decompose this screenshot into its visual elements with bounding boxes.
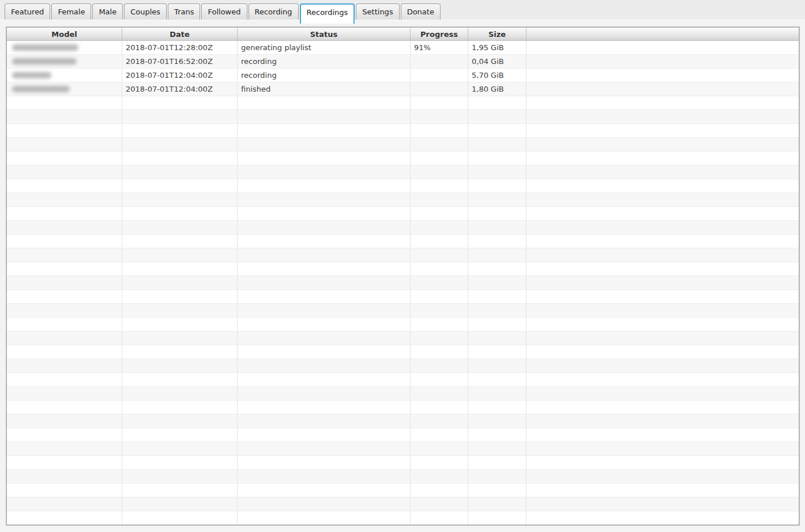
tab-followed[interactable]: Followed [201,3,247,20]
empty-cell [122,359,238,373]
empty-cell [7,484,122,497]
empty-cell [411,345,468,359]
empty-table-row [7,442,799,456]
empty-cell [122,290,238,304]
empty-table-row [7,262,799,276]
empty-table-row [7,318,799,331]
cell-extra [526,41,799,55]
empty-table-row [7,152,799,165]
empty-cell [238,193,411,207]
empty-cell [411,221,468,235]
empty-table-row [7,373,799,387]
redacted-model-name [12,72,51,78]
empty-cell [526,110,799,124]
empty-cell [468,331,526,345]
tab-trans[interactable]: Trans [168,3,200,20]
empty-cell [238,331,411,345]
empty-cell [7,262,122,276]
empty-cell [122,401,238,414]
cell-date: 2018-07-01T12:04:00Z [122,69,238,82]
empty-cell [122,152,238,165]
empty-cell [238,304,411,318]
column-header-size[interactable]: Size [468,28,526,41]
empty-cell [238,442,411,456]
tab-recording[interactable]: Recording [249,3,299,20]
empty-cell [468,221,526,235]
empty-cell [122,442,238,456]
column-header-progress[interactable]: Progress [411,28,468,41]
cell-progress [411,55,468,69]
table-body: 2018-07-01T12:28:00Zgenerating playlist9… [7,41,799,525]
table-row[interactable]: 2018-07-01T12:28:00Zgenerating playlist9… [7,41,799,55]
empty-cell [122,207,238,221]
column-header-status[interactable]: Status [238,28,411,41]
empty-cell [526,207,799,221]
empty-cell [526,152,799,165]
tab-donate[interactable]: Donate [401,3,441,20]
empty-cell [238,138,411,152]
empty-cell [411,428,468,442]
empty-cell [122,373,238,387]
table-row[interactable]: 2018-07-01T12:04:00Zfinished1,80 GiB [7,82,799,96]
empty-cell [526,290,799,304]
empty-cell [468,401,526,414]
tab-featured[interactable]: Featured [5,3,50,20]
empty-cell [526,96,799,110]
empty-cell [526,373,799,387]
column-header-empty [526,28,799,41]
empty-cell [526,442,799,456]
column-header-date[interactable]: Date [122,28,238,41]
empty-cell [7,428,122,442]
tab-bar: FeaturedFemaleMaleCouplesTransFollowedRe… [0,0,805,20]
table-row[interactable]: 2018-07-01T12:04:00Zrecording5,70 GiB [7,69,799,82]
empty-cell [526,124,799,138]
empty-cell [526,345,799,359]
empty-table-row [7,124,799,138]
empty-table-row [7,248,799,262]
empty-cell [7,138,122,152]
tab-female[interactable]: Female [51,3,91,20]
empty-cell [122,511,238,525]
table-row[interactable]: 2018-07-01T16:52:00Zrecording0,04 GiB [7,55,799,69]
column-header-model[interactable]: Model [7,28,122,41]
empty-cell [526,138,799,152]
empty-cell [7,497,122,511]
empty-cell [7,276,122,290]
tab-couples[interactable]: Couples [124,3,167,20]
empty-cell [468,276,526,290]
empty-cell [468,442,526,456]
empty-cell [122,193,238,207]
empty-cell [411,165,468,179]
redacted-model-name [12,58,77,65]
empty-cell [238,373,411,387]
empty-cell [411,497,468,511]
empty-cell [122,456,238,470]
empty-cell [7,414,122,428]
empty-cell [7,359,122,373]
empty-cell [468,484,526,497]
empty-cell [238,401,411,414]
tab-recordings[interactable]: Recordings [300,3,355,24]
empty-cell [7,401,122,414]
empty-cell [468,428,526,442]
empty-cell [411,179,468,193]
empty-cell [7,152,122,165]
empty-cell [526,165,799,179]
empty-cell [411,414,468,428]
empty-cell [122,318,238,331]
empty-table-row [7,511,799,525]
empty-cell [411,110,468,124]
empty-cell [7,511,122,525]
tab-settings[interactable]: Settings [356,3,399,20]
empty-cell [468,304,526,318]
tab-male[interactable]: Male [92,3,123,20]
empty-cell [526,387,799,401]
empty-cell [7,110,122,124]
empty-cell [468,138,526,152]
empty-cell [411,470,468,484]
empty-table-row [7,401,799,414]
empty-cell [238,207,411,221]
empty-cell [526,235,799,248]
empty-cell [7,304,122,318]
empty-table-row [7,193,799,207]
